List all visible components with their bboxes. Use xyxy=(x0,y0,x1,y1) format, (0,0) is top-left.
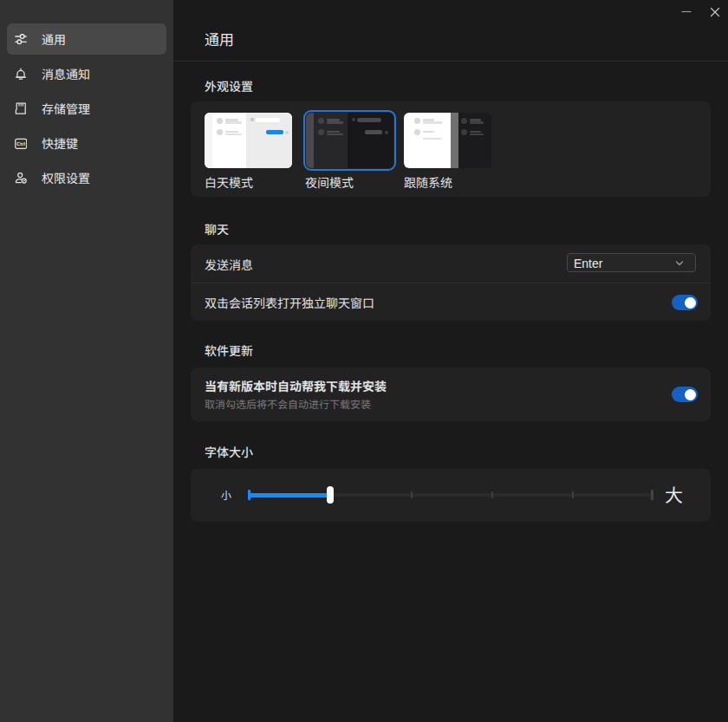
svg-text:Ctrl: Ctrl xyxy=(16,141,25,146)
